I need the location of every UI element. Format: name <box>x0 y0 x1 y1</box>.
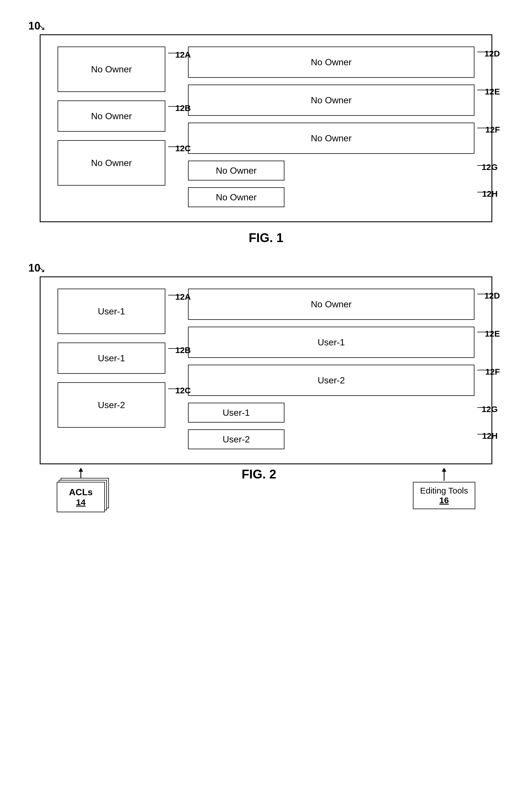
fig1-box-12e-label: No Owner <box>311 95 352 106</box>
fig2-box-12d: No Owner <box>188 289 474 320</box>
fig1-caption: FIG. 1 <box>17 231 515 245</box>
fig2-label-12e: 12E <box>485 329 500 339</box>
fig1-box-12e-wrapper: No Owner 12E <box>188 85 474 116</box>
fig2-tick-12b <box>168 348 182 349</box>
fig2-box-12b-label: User-1 <box>98 353 125 364</box>
fig1-tick-12d <box>477 52 491 52</box>
editing-tools-section: Editing Tools 16 <box>413 467 475 509</box>
fig1-label-12e: 12E <box>485 87 500 96</box>
fig1-box-12h: No Owner <box>188 187 284 207</box>
fig1-tick-12a <box>168 53 182 53</box>
figure-2-section: 10 ↘ User-1 12A <box>17 262 515 512</box>
svg-marker-3 <box>442 468 446 472</box>
editing-tools-box: Editing Tools 16 <box>413 482 475 509</box>
fig2-box-12c: User-2 <box>58 382 165 428</box>
fig1-label-12f: 12F <box>485 125 500 134</box>
fig2-tick-12e <box>477 332 491 332</box>
fig2-tick-12f <box>477 370 491 370</box>
fig2-box-12g-label: User-1 <box>223 407 250 418</box>
fig2-box-12f: User-2 <box>188 365 474 396</box>
fig1-tick-12e <box>477 90 491 90</box>
fig2-tick-12g <box>477 407 489 408</box>
fig2-box-12b: User-1 <box>58 343 165 374</box>
fig2-tick-12h <box>477 434 489 435</box>
acls-box-wrapper: ACLs 14 <box>57 482 105 512</box>
editing-tools-arrow-up <box>438 467 450 481</box>
fig2-box-12f-wrapper: User-2 12F <box>188 365 474 396</box>
fig2-box-12e: User-1 <box>188 327 474 358</box>
fig1-box-12h-wrapper: No Owner 12H <box>188 187 474 207</box>
fig2-caption-wrapper: FIG. 2 <box>105 467 413 484</box>
fig1-box-12a-label: No Owner <box>91 64 132 75</box>
fig2-label-12h: 12H <box>482 431 498 441</box>
fig1-left-col: No Owner 12A No Owner 12B <box>58 47 165 186</box>
fig2-box-12c-label: User-2 <box>98 400 125 411</box>
fig2-box-12a-label: User-1 <box>98 306 125 317</box>
fig1-arrow: ↘ <box>39 23 45 32</box>
fig2-label-12f: 12F <box>485 367 500 377</box>
figure-1-section: 10 ↘ No Owner 12A <box>17 20 515 245</box>
fig1-tick-12f <box>477 128 491 128</box>
fig1-box-12g-wrapper: No Owner 12G <box>188 161 474 181</box>
fig1-label-12g: 12G <box>481 162 498 172</box>
fig2-box-12g: User-1 <box>188 403 284 423</box>
fig1-box-12b-wrapper: No Owner 12B <box>58 101 165 132</box>
fig2-tick-12a <box>168 295 182 295</box>
fig1-tick-12c <box>168 146 182 147</box>
acls-label: ACLs <box>66 487 96 497</box>
fig2-label-12d: 12D <box>484 291 500 300</box>
fig1-box-12d-wrapper: No Owner 12D <box>188 47 474 78</box>
fig2-caption: FIG. 2 <box>242 467 276 481</box>
fig2-left-col: User-1 12A User-1 12B <box>58 289 165 428</box>
fig2-label-12g: 12G <box>481 404 498 414</box>
editing-tools-label: Editing Tools <box>419 486 469 495</box>
acls-section: ACLs 14 <box>57 467 105 512</box>
fig2-tick-12d <box>477 294 491 294</box>
fig2-box-12b-wrapper: User-1 12B <box>58 343 165 374</box>
fig1-box-12a: No Owner <box>58 47 165 92</box>
fig1-box-12a-wrapper: No Owner 12A <box>58 47 165 92</box>
fig1-right-col: No Owner 12D No Owner 12E <box>188 47 474 207</box>
fig2-box-12g-wrapper: User-1 12G <box>188 403 474 423</box>
fig2-diagram: User-1 12A User-1 12B <box>40 276 492 464</box>
page: 10 ↘ No Owner 12A <box>0 0 532 524</box>
fig2-box-12h: User-2 <box>188 430 284 449</box>
editing-tools-number: 16 <box>419 495 469 505</box>
fig1-box-12h-label: No Owner <box>216 192 256 203</box>
fig2-box-12a: User-1 <box>58 289 165 334</box>
fig1-label-12d: 12D <box>484 49 500 58</box>
fig1-box-12b-label: No Owner <box>91 111 132 122</box>
fig2-bottom-row: ACLs 14 FIG. 2 Editing Tools <box>40 467 492 512</box>
fig2-box-12f-label: User-2 <box>318 375 345 386</box>
fig2-box-12d-label: No Owner <box>311 299 352 310</box>
fig1-box-12f-label: No Owner <box>311 133 352 144</box>
fig1-box-12f: No Owner <box>188 123 474 154</box>
fig1-box-12g-label: No Owner <box>216 165 256 176</box>
fig1-box-12g: No Owner <box>188 161 284 181</box>
fig1-box-12d: No Owner <box>188 47 474 78</box>
fig1-box-12c-wrapper: No Owner 12C <box>58 140 165 186</box>
fig1-diagram: No Owner 12A No Owner 12B <box>40 34 492 222</box>
acls-box: ACLs 14 <box>57 482 105 512</box>
fig1-box-12b: No Owner <box>58 101 165 132</box>
fig1-label-12h: 12H <box>482 189 498 199</box>
acls-number: 14 <box>66 497 96 507</box>
fig2-box-12c-wrapper: User-2 12C <box>58 382 165 428</box>
fig2-tick-12c <box>168 388 182 389</box>
fig1-box-12c-label: No Owner <box>91 158 132 168</box>
fig1-box-12e: No Owner <box>188 85 474 116</box>
fig2-arrow: ↘ <box>39 265 45 274</box>
fig1-box-12f-wrapper: No Owner 12F <box>188 123 474 154</box>
fig2-box-12h-label: User-2 <box>223 434 250 445</box>
fig2-right-col: No Owner 12D User-1 12E <box>188 289 474 449</box>
fig2-box-12e-wrapper: User-1 12E <box>188 327 474 358</box>
fig2-box-12e-label: User-1 <box>318 337 345 348</box>
fig2-box-12d-wrapper: No Owner 12D <box>188 289 474 320</box>
fig1-tick-12h <box>477 192 489 193</box>
fig1-box-12d-label: No Owner <box>311 57 352 68</box>
fig1-tick-12g <box>477 165 489 166</box>
svg-marker-1 <box>79 468 83 472</box>
fig2-box-12h-wrapper: User-2 12H <box>188 430 474 449</box>
fig2-box-12a-wrapper: User-1 12A <box>58 289 165 334</box>
fig1-tick-12b <box>168 106 182 107</box>
